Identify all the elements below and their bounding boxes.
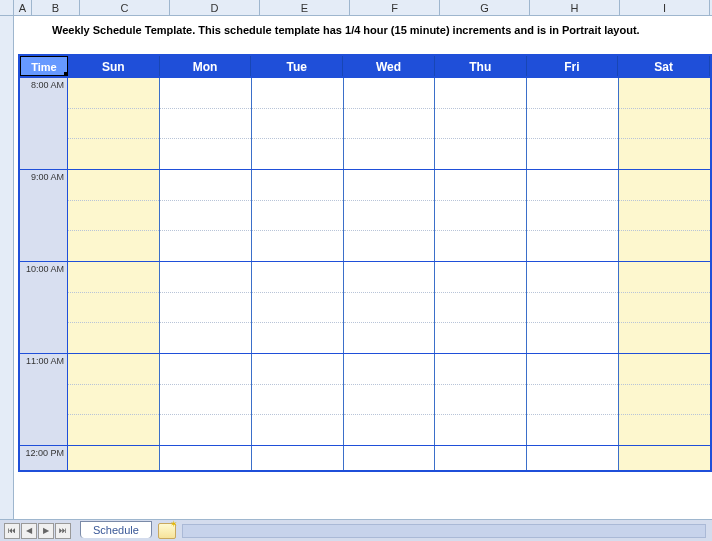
description-row: Weekly Schedule Template. This schedule … xyxy=(0,16,712,44)
col-header-B[interactable]: B xyxy=(32,0,80,15)
schedule-cell[interactable] xyxy=(527,262,619,353)
schedule-cell[interactable] xyxy=(160,170,252,261)
row-header[interactable] xyxy=(0,16,14,44)
hour-row: 8:00 AM xyxy=(20,78,710,170)
day-header-sun[interactable]: Sun xyxy=(68,56,160,76)
schedule-cell[interactable] xyxy=(344,446,436,470)
day-header-fri[interactable]: Fri xyxy=(527,56,619,76)
schedule-cell[interactable] xyxy=(68,262,160,353)
col-header-H[interactable]: H xyxy=(530,0,620,15)
schedule-cell[interactable] xyxy=(344,78,436,169)
time-label[interactable]: 11:00 AM xyxy=(20,354,68,445)
schedule-cell[interactable] xyxy=(619,262,710,353)
day-header-thu[interactable]: Thu xyxy=(435,56,527,76)
day-header-mon[interactable]: Mon xyxy=(160,56,252,76)
day-header-tue[interactable]: Tue xyxy=(251,56,343,76)
schedule-cell[interactable] xyxy=(527,78,619,169)
schedule-cell[interactable] xyxy=(160,354,252,445)
time-label[interactable]: 8:00 AM xyxy=(20,78,68,169)
schedule-cell[interactable] xyxy=(160,446,252,470)
schedule-cell[interactable] xyxy=(68,446,160,470)
hour-row: 12:00 PM xyxy=(20,446,710,470)
schedule-cell[interactable] xyxy=(527,354,619,445)
schedule-header-row: Time Sun Mon Tue Wed Thu Fri Sat xyxy=(18,54,712,78)
schedule-cell[interactable] xyxy=(252,78,344,169)
col-header-G[interactable]: G xyxy=(440,0,530,15)
tab-prev-icon[interactable]: ◀ xyxy=(21,523,37,539)
time-label[interactable]: 10:00 AM xyxy=(20,262,68,353)
schedule-table: Time Sun Mon Tue Wed Thu Fri Sat 8:00 AM xyxy=(0,44,712,519)
row-header-column[interactable] xyxy=(0,44,14,519)
schedule-cell[interactable] xyxy=(527,170,619,261)
column-header-row: A B C D E F G H I xyxy=(0,0,712,16)
schedule-cell[interactable] xyxy=(68,354,160,445)
col-header-E[interactable]: E xyxy=(260,0,350,15)
schedule-cell[interactable] xyxy=(619,170,710,261)
schedule-cell[interactable] xyxy=(252,262,344,353)
sheet-tab-schedule[interactable]: Schedule xyxy=(80,521,152,538)
tab-nav-buttons: ⏮ ◀ ▶ ⏭ xyxy=(0,523,76,539)
schedule-cell[interactable] xyxy=(68,170,160,261)
schedule-cell[interactable] xyxy=(619,446,710,470)
schedule-cell[interactable] xyxy=(435,78,527,169)
hour-row: 9:00 AM xyxy=(20,170,710,262)
schedule-cell[interactable] xyxy=(619,354,710,445)
select-all-corner[interactable] xyxy=(0,0,14,15)
schedule-cell[interactable] xyxy=(435,354,527,445)
schedule-cell[interactable] xyxy=(68,78,160,169)
schedule-cell[interactable] xyxy=(160,262,252,353)
time-label[interactable]: 12:00 PM xyxy=(20,446,68,470)
schedule-cell[interactable] xyxy=(252,354,344,445)
worksheet-area: A B C D E F G H I Weekly Schedule Templa… xyxy=(0,0,712,519)
schedule-cell[interactable] xyxy=(252,446,344,470)
time-column-header[interactable]: Time xyxy=(20,56,68,76)
col-header-D[interactable]: D xyxy=(170,0,260,15)
col-header-F[interactable]: F xyxy=(350,0,440,15)
schedule-cell[interactable] xyxy=(619,78,710,169)
new-sheet-icon[interactable] xyxy=(158,523,176,539)
schedule-cell[interactable] xyxy=(160,78,252,169)
day-header-sat[interactable]: Sat xyxy=(618,56,710,76)
hour-row: 11:00 AM xyxy=(20,354,710,446)
schedule-cell[interactable] xyxy=(435,446,527,470)
hour-row: 10:00 AM xyxy=(20,262,710,354)
schedule-body: 8:00 AM 9:00 AM xyxy=(18,78,712,472)
schedule-cell[interactable] xyxy=(344,170,436,261)
tab-next-icon[interactable]: ▶ xyxy=(38,523,54,539)
template-description: Weekly Schedule Template. This schedule … xyxy=(32,24,640,36)
tab-first-icon[interactable]: ⏮ xyxy=(4,523,20,539)
col-header-A[interactable]: A xyxy=(14,0,32,15)
col-header-I[interactable]: I xyxy=(620,0,710,15)
schedule-cell[interactable] xyxy=(252,170,344,261)
schedule-cell[interactable] xyxy=(435,262,527,353)
tab-last-icon[interactable]: ⏭ xyxy=(55,523,71,539)
sheet-tab-bar: ⏮ ◀ ▶ ⏭ Schedule xyxy=(0,519,712,541)
schedule-cell[interactable] xyxy=(344,262,436,353)
schedule-cell[interactable] xyxy=(527,446,619,470)
col-header-C[interactable]: C xyxy=(80,0,170,15)
time-label[interactable]: 9:00 AM xyxy=(20,170,68,261)
day-header-wed[interactable]: Wed xyxy=(343,56,435,76)
schedule-cell[interactable] xyxy=(344,354,436,445)
horizontal-scrollbar[interactable] xyxy=(182,524,706,538)
schedule-cell[interactable] xyxy=(435,170,527,261)
